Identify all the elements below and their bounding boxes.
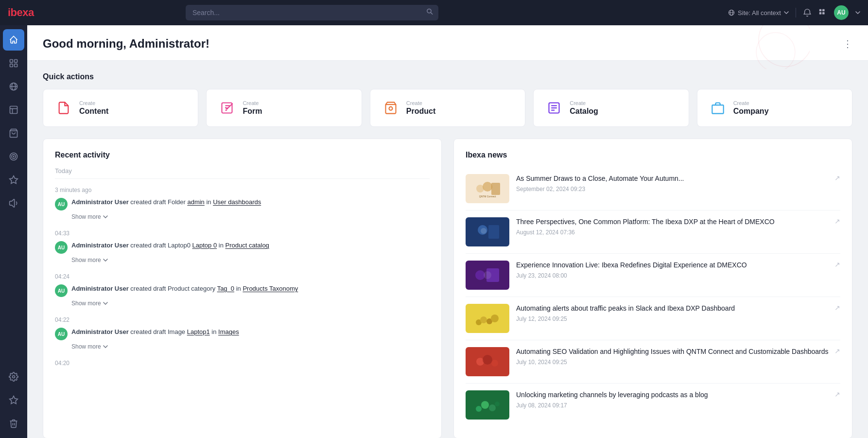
news-title-4: Automating alerts about traffic peaks in…	[516, 304, 840, 314]
activity-link-laptop0[interactable]: Laptop 0	[192, 242, 217, 249]
sidebar-item-globe[interactable]	[3, 76, 24, 97]
news-link-icon-1[interactable]: ↗	[834, 174, 840, 182]
svg-point-48	[484, 271, 491, 279]
sidebar-item-badge[interactable]	[3, 169, 24, 191]
show-more-4[interactable]: Show more	[71, 343, 430, 350]
page-header: Good morning, Administrator! ⋮	[27, 25, 868, 61]
news-link-icon-6[interactable]: ↗	[834, 390, 840, 398]
header-decoration	[712, 25, 810, 71]
search-icon	[426, 8, 434, 18]
content-icon	[55, 99, 72, 117]
sidebar-item-cart[interactable]	[3, 123, 24, 144]
news-thumb-5	[466, 347, 509, 376]
quick-actions-title: Quick actions	[43, 72, 852, 81]
qa-main-label-content: Content	[79, 107, 108, 116]
sidebar-item-dashboard[interactable]	[3, 53, 24, 74]
news-item-5: Automating SEO Validation and Highlighti…	[466, 340, 840, 384]
news-item-2: Three Perspectives, One Common Platform:…	[466, 210, 840, 254]
activity-link-admin[interactable]: admin	[187, 198, 204, 206]
quick-action-form[interactable]: Create Form	[206, 89, 362, 127]
apps-button[interactable]	[818, 8, 827, 17]
qa-create-label-company: Create	[733, 100, 769, 106]
activity-item-3: 04:24 AU Administrator User created draf…	[55, 273, 430, 307]
sidebar-item-structure[interactable]	[3, 99, 24, 121]
svg-point-22	[13, 156, 14, 157]
sidebar-item-home[interactable]	[3, 29, 24, 51]
activity-link-images[interactable]: Images	[218, 328, 239, 335]
activity-link-tag0[interactable]: Tag_0	[217, 285, 234, 292]
news-title: Ibexa news	[466, 151, 840, 159]
activity-date: Today	[55, 167, 430, 179]
recent-activity-card: Recent activity Today 3 minutes ago AU A…	[43, 139, 442, 438]
news-title-5: Automating SEO Validation and Highlighti…	[516, 347, 840, 357]
svg-point-59	[476, 406, 482, 412]
qa-main-label-company: Company	[733, 107, 769, 116]
search-bar	[186, 5, 438, 20]
sidebar-item-megaphone[interactable]	[3, 193, 24, 214]
svg-point-26	[756, 33, 795, 69]
main-content: Good morning, Administrator! ⋮ Quick act…	[27, 25, 868, 438]
sidebar-item-star[interactable]	[3, 389, 24, 411]
app-logo[interactable]: ibexa	[8, 6, 34, 19]
product-icon	[382, 99, 399, 117]
activity-text-3: Administrator User created draft Product…	[71, 284, 298, 294]
activity-time-2: 04:33	[55, 230, 430, 237]
svg-point-56	[483, 355, 492, 365]
news-thumb-3	[466, 261, 509, 290]
svg-rect-10	[15, 60, 17, 63]
svg-rect-6	[822, 9, 825, 12]
sidebar-item-target[interactable]	[3, 146, 24, 167]
notifications-button[interactable]	[803, 8, 812, 17]
show-more-2[interactable]: Show more	[71, 257, 430, 263]
svg-point-62	[495, 402, 500, 406]
activity-link-user-dashboards[interactable]: User dashboards	[213, 198, 261, 206]
qa-create-label-product: Create	[406, 100, 435, 106]
sidebar-item-trash[interactable]	[3, 413, 24, 434]
news-date-3: July 23, 2024 08:00	[516, 272, 840, 279]
svg-rect-8	[822, 12, 825, 15]
news-link-icon-5[interactable]: ↗	[834, 347, 840, 355]
logo-text: ibexa	[8, 6, 34, 19]
news-link-icon-4[interactable]: ↗	[834, 304, 840, 312]
show-more-3[interactable]: Show more	[71, 300, 430, 307]
activity-link-laptop1[interactable]: Laptop1	[187, 328, 210, 335]
quick-action-product[interactable]: Create Product	[370, 89, 525, 127]
news-date-1: September 02, 2024 09:23	[516, 186, 840, 193]
more-options-button[interactable]: ⋮	[843, 39, 852, 49]
search-input[interactable]	[186, 5, 438, 20]
news-date-2: August 12, 2024 07:36	[516, 229, 840, 236]
svg-rect-9	[10, 60, 13, 63]
activity-avatar-1: AU	[55, 198, 68, 210]
news-title-1: As Summer Draws to a Close, Automate You…	[516, 174, 840, 184]
quick-action-catalog[interactable]: Create Catalog	[533, 89, 689, 127]
svg-point-44	[481, 228, 486, 234]
svg-point-60	[481, 401, 489, 409]
sidebar-item-settings[interactable]	[3, 366, 24, 387]
activity-time-1: 3 minutes ago	[55, 187, 430, 193]
activity-link-product-catalog[interactable]: Product catalog	[226, 242, 269, 249]
news-date-6: July 08, 2024 09:17	[516, 402, 840, 409]
site-context[interactable]: Site: All context	[728, 9, 789, 17]
svg-rect-5	[819, 9, 822, 12]
quick-action-company[interactable]: Create Company	[697, 89, 852, 127]
news-date-4: July 12, 2024 09:25	[516, 315, 840, 322]
activity-text-4: Administrator User created draft Image L…	[71, 327, 239, 337]
news-link-icon-2[interactable]: ↗	[834, 217, 840, 225]
show-more-1[interactable]: Show more	[71, 213, 430, 220]
activity-link-products-taxonomy[interactable]: Products Taxonomy	[243, 285, 298, 292]
svg-point-25	[759, 25, 810, 67]
svg-point-53	[491, 315, 499, 322]
topnav-right: Site: All context AU	[728, 5, 860, 20]
news-link-icon-3[interactable]: ↗	[834, 261, 840, 268]
content-grid: Recent activity Today 3 minutes ago AU A…	[27, 127, 868, 438]
svg-rect-11	[10, 64, 13, 67]
news-thumb-6	[466, 390, 509, 420]
svg-point-61	[489, 404, 496, 411]
activity-item-1: 3 minutes ago AU Administrator User crea…	[55, 187, 430, 220]
avatar[interactable]: AU	[834, 5, 849, 20]
qa-main-label-catalog: Catalog	[570, 107, 598, 116]
app-body: Good morning, Administrator! ⋮ Quick act…	[0, 25, 868, 438]
quick-action-content[interactable]: Create Content	[43, 89, 198, 127]
svg-rect-34	[712, 105, 723, 114]
svg-rect-43	[488, 225, 499, 239]
